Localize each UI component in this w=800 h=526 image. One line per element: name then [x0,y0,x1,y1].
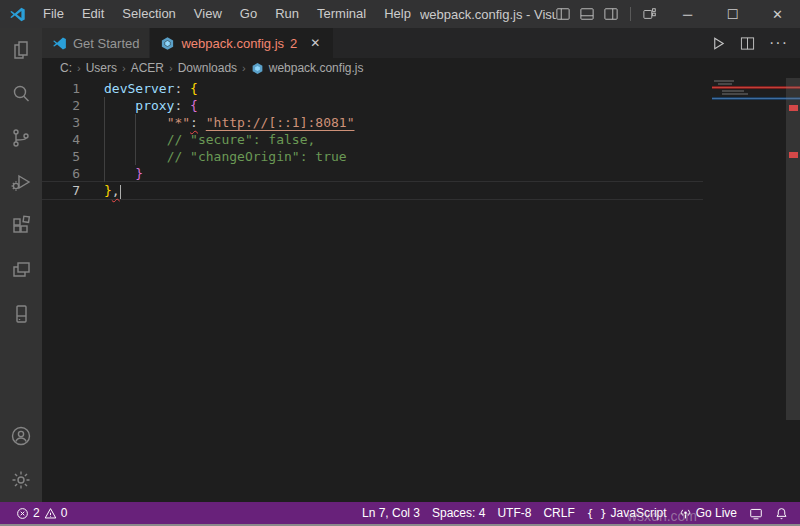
webpack-file-icon [160,36,175,51]
code-line-5[interactable]: 5 // "changeOrigin": true [42,148,800,165]
line-number: 6 [42,165,80,182]
encoding-setting[interactable]: UTF-8 [491,502,537,524]
warning-count: 0 [61,506,68,520]
split-editor-icon[interactable] [740,36,755,51]
status-bar: 2 0 Ln 7, Col 3 Spaces: 4 UTF-8 CRLF { }… [0,502,800,524]
vscode-window: FileEditSelectionViewGoRunTerminalHelp w… [0,0,800,526]
maximize-button[interactable]: ☐ [710,0,755,28]
vertical-scrollbar[interactable] [786,78,800,502]
window-title: webpack.config.js - Visual Studio Code [420,7,556,22]
error-icon [16,507,29,520]
run-debug-icon[interactable] [0,160,42,204]
tab-close-icon[interactable]: ✕ [307,35,323,51]
account-icon[interactable] [0,414,42,458]
menu-item-file[interactable]: File [34,0,73,28]
minimap[interactable] [712,78,786,122]
toggle-secondary-sidebar-icon[interactable] [604,7,618,21]
explorer-icon[interactable] [0,28,42,72]
menu-item-run[interactable]: Run [266,0,308,28]
minimize-button[interactable]: ─ [665,0,710,28]
line-number: 7 [42,182,80,199]
code-line-6[interactable]: 6 } [42,165,800,182]
chevron-right-icon: › [120,62,128,74]
breadcrumb-item[interactable]: C: [60,61,72,75]
extensions-icon[interactable] [0,204,42,248]
text-cursor [120,185,121,199]
go-live-button[interactable]: Go Live [673,502,743,524]
tab-webpack-config[interactable]: webpack.config.js 2 ✕ [150,28,333,58]
eol-setting[interactable]: CRLF [537,502,580,524]
title-bar: FileEditSelectionViewGoRunTerminalHelp w… [0,0,800,28]
overview-error-marker [789,152,798,158]
settings-gear-icon[interactable] [0,458,42,502]
language-mode[interactable]: { } JavaScript [581,502,673,524]
braces-icon: { } [587,507,607,520]
notifications-button[interactable] [769,502,794,524]
code-editor[interactable]: 1devServer: {2 proxy: {3 "*": "http://[:… [42,78,800,502]
overview-error-marker [789,105,798,111]
status-bar-right: Ln 7, Col 3 Spaces: 4 UTF-8 CRLF { } Jav… [356,502,794,524]
code-line-3[interactable]: 3 "*": "http://[::1]:8081" [42,114,800,131]
bell-icon [775,507,788,520]
menu-bar: FileEditSelectionViewGoRunTerminalHelp [34,0,420,28]
toggle-sidebar-icon[interactable] [556,7,570,21]
windows-extension-icon[interactable] [0,248,42,292]
tab-problem-badge: 2 [290,36,297,51]
breadcrumb-file[interactable]: webpack.config.js [251,61,364,75]
code-text: "*": "http://[::1]:8081" [104,114,354,131]
breadcrumb-filename: webpack.config.js [269,61,364,75]
menu-item-help[interactable]: Help [375,0,420,28]
code-line-7[interactable]: 7}, [42,182,800,199]
source-control-icon[interactable] [0,116,42,160]
language-label: JavaScript [611,506,667,520]
code-text: } [104,165,143,182]
menu-item-selection[interactable]: Selection [113,0,184,28]
chevron-right-icon: › [240,62,248,74]
tab-webpack-label: webpack.config.js [181,36,284,51]
code-line-1[interactable]: 1devServer: { [42,80,800,97]
toggle-panel-icon[interactable] [580,7,594,21]
notebook-extension-icon[interactable] [0,292,42,336]
customize-layout-icon[interactable] [643,7,657,21]
problems-indicator[interactable]: 2 0 [10,502,73,524]
minimap-line [722,93,748,95]
close-window-button[interactable]: ✕ [755,0,800,28]
line-number: 2 [42,97,80,114]
go-live-label: Go Live [696,506,737,520]
warning-icon [44,507,57,520]
scrollbar-slider[interactable] [786,78,800,420]
cursor-position[interactable]: Ln 7, Col 3 [356,502,426,524]
line-number: 1 [42,80,80,97]
menu-item-view[interactable]: View [185,0,231,28]
line-number: 4 [42,131,80,148]
line-number: 3 [42,114,80,131]
tab-bar: Get Started webpack.config.js 2 ✕ [42,28,800,58]
run-file-icon[interactable] [711,36,726,51]
more-actions-icon[interactable]: ··· [769,34,788,52]
code-line-4[interactable]: 4 // "secure": false, [42,131,800,148]
breadcrumb: C:›Users›ACER›Downloads›webpack.config.j… [42,58,800,78]
code-line-2[interactable]: 2 proxy: { [42,97,800,114]
menu-item-edit[interactable]: Edit [73,0,113,28]
broadcast-icon [679,507,692,520]
tab-get-started[interactable]: Get Started [42,28,150,58]
layout-controls [556,7,657,21]
code-lines: 1devServer: {2 proxy: {3 "*": "http://[:… [42,80,800,199]
minimap-line [718,83,732,85]
breadcrumb-item[interactable]: ACER [131,61,164,75]
screencast-button[interactable] [743,502,769,524]
titlebar-divider [630,7,631,21]
breadcrumb-item[interactable]: Users [86,61,117,75]
menu-item-go[interactable]: Go [231,0,266,28]
code-text: // "changeOrigin": true [104,148,347,165]
search-icon[interactable] [0,72,42,116]
code-text: }, [104,182,121,199]
chevron-right-icon: › [75,62,83,74]
breadcrumb-item[interactable]: Downloads [178,61,237,75]
minimap-line [714,80,734,82]
code-text: proxy: { [104,97,198,114]
tab-get-started-label: Get Started [73,36,139,51]
vscode-logo-icon [9,6,26,23]
menu-item-terminal[interactable]: Terminal [308,0,375,28]
indentation-setting[interactable]: Spaces: 4 [426,502,491,524]
